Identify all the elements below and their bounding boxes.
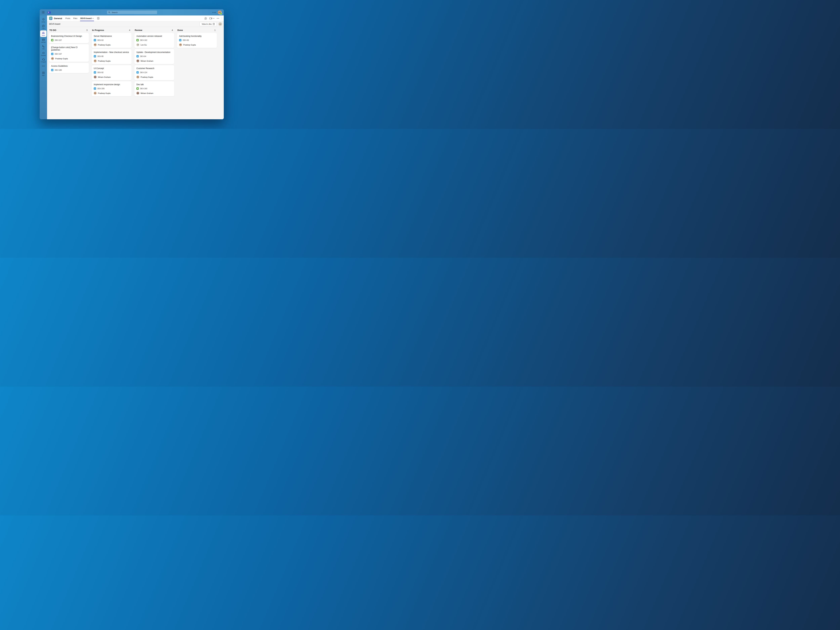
board-column-in-progress: In Progress4Server MaintenanceDEV-63PGPr…	[92, 28, 131, 96]
card-dev-124[interactable]: Customer ResearchDEV-124PGPradeep Gupta	[134, 65, 174, 80]
sidebar-item-it-support[interactable]: IT Support	[39, 57, 47, 63]
card-title: Add booking functionality	[179, 35, 215, 38]
board-header: DEVS board View in Jira LG	[47, 21, 224, 27]
assignee-row: MGMiriam Graham	[136, 60, 172, 62]
assignee-avatar: PG	[94, 92, 96, 95]
issue-key: DEV-63	[98, 39, 104, 41]
assignee-avatar: MG	[94, 76, 96, 79]
presence-available-dot	[220, 13, 222, 15]
app-launcher-icon[interactable]	[42, 11, 44, 14]
sidebar-item-label: Calls	[42, 48, 44, 49]
bell-icon	[42, 18, 45, 21]
card-key-row: DEV-82	[94, 71, 129, 74]
video-camera-icon	[209, 17, 213, 20]
card-dev-205[interactable]: Implement responsive designDEV-205PGPrad…	[92, 81, 131, 96]
view-in-jira-button[interactable]: View in Jira	[200, 22, 217, 26]
card-dev-65[interactable]: Add booking functionalityDEV-65PGPradeep…	[177, 33, 217, 48]
card-dev-80[interactable]: Implementation - New checkout serviceDEV…	[92, 49, 131, 64]
issue-key: DEV-162	[140, 39, 147, 41]
task-check-icon	[137, 55, 139, 57]
assignee-name: Miriam Graham	[98, 76, 111, 78]
issue-type-story-badge	[51, 39, 54, 41]
assignee-avatar: PG	[51, 57, 54, 60]
card-dev-82[interactable]: UI ConceptDEV-82MGMiriam Graham	[92, 65, 131, 80]
tab-files[interactable]: Files	[73, 16, 77, 21]
tab-devs-board[interactable]: DEVS board	[80, 16, 93, 21]
sidebar-item-calls[interactable]: Calls	[39, 44, 47, 51]
teams-logo-icon	[47, 11, 51, 14]
assignee-row: PGPradeep Gupta	[94, 92, 129, 95]
add-tab-button[interactable]	[97, 17, 99, 19]
sidebar-item-apps[interactable]: Apps	[39, 70, 47, 77]
sidebar-item-chat[interactable]: Chat	[39, 24, 47, 30]
issue-key: DEV-180	[55, 69, 62, 71]
tab-more-options-button[interactable]	[217, 18, 219, 19]
card-dev-197[interactable]: [Change button color] New CI guidelinesD…	[49, 44, 89, 62]
issue-type-task-badge	[136, 55, 139, 57]
board-column-to-do: TO DO3Brainstorming Checkout UI DesignDE…	[49, 28, 89, 73]
chevron-down-icon[interactable]	[213, 17, 215, 19]
assignee-name: Pradeep Gupta	[98, 60, 111, 62]
search-input[interactable]	[111, 11, 156, 14]
sidebar-item-label: IT Support	[41, 61, 46, 63]
column-name: Review	[135, 29, 142, 32]
more-options-icon[interactable]	[213, 12, 216, 13]
column-name: Done	[177, 29, 183, 32]
issue-type-task-badge	[51, 53, 54, 55]
sidebar-item-activity[interactable]: Activity	[39, 17, 47, 24]
card-title: Access Guidelines	[51, 65, 87, 67]
meet-now-button[interactable]	[209, 17, 215, 20]
card-key-row: DEV-63	[94, 39, 129, 41]
main-panel: General Posts Files DEVS board	[47, 16, 224, 119]
board-member-avatar[interactable]: LG	[218, 22, 222, 26]
issue-key: DEV-167	[55, 39, 62, 41]
column-count: 1	[215, 29, 216, 32]
assignee-avatar: MG	[136, 92, 139, 95]
card-dev-160[interactable]: Dev talkDEV-160MGMiriam Graham	[134, 81, 174, 96]
channel-icon	[49, 17, 52, 20]
tab-posts[interactable]: Posts	[65, 16, 70, 21]
sidebar-item-label: Chat	[42, 28, 44, 29]
calendar-icon	[42, 38, 45, 41]
sidebar-item-label: Calendar	[41, 42, 46, 43]
assignee-row: PGPradeep Gupta	[94, 60, 129, 62]
sidebar-item-teams[interactable]: Teams	[40, 30, 47, 37]
column-header: TO DO3	[49, 28, 89, 33]
task-check-icon	[137, 72, 139, 73]
board-title: DEVS board	[49, 23, 60, 25]
chevron-down-icon	[92, 17, 94, 19]
issue-type-task-badge	[94, 87, 96, 90]
issue-key: DEV-205	[98, 87, 104, 90]
card-dev-167[interactable]: Brainstorming Checkout UI DesignDEV-167	[49, 33, 89, 43]
card-title: Dev talk	[136, 83, 172, 86]
sidebar-item-label: Apps	[42, 75, 45, 76]
assignee-avatar: PG	[136, 76, 139, 79]
sidebar-item-onedrive[interactable]: OneDrive	[39, 51, 47, 57]
issue-type-task-badge	[51, 69, 54, 71]
app-rail: Activity Chat Teams	[39, 16, 47, 119]
card-key-row: DEV-180	[51, 69, 87, 71]
assignee-name: Pradeep Gupta	[98, 92, 111, 94]
plus-square-icon	[97, 17, 99, 19]
card-dev-64[interactable]: Update - Development documentationDEV-64…	[134, 49, 174, 64]
card-key-row: DEV-167	[51, 39, 87, 41]
task-check-icon	[94, 72, 96, 73]
user-avatar[interactable]: LG	[218, 10, 222, 14]
card-dev-180[interactable]: Access GuidelinesDEV-180	[49, 63, 89, 73]
teams-icon	[42, 31, 45, 35]
card-dev-63[interactable]: Server MaintenanceDEV-63PGPradeep Gupta	[92, 33, 131, 48]
task-check-icon	[94, 88, 96, 89]
sidebar-more-apps[interactable]	[39, 65, 47, 68]
open-chat-button[interactable]	[204, 17, 207, 20]
assignee-name: Pradeep Gupta	[141, 76, 153, 78]
card-dev-162[interactable]: Automation version releasedDEV-162LGLee …	[134, 33, 174, 48]
column-count: 3	[86, 29, 87, 32]
sidebar-item-label: Teams	[42, 35, 45, 36]
card-title: Brainstorming Checkout UI Design	[51, 35, 87, 38]
card-title: Server Maintenance	[94, 35, 129, 38]
card-title: Update - Development documentation	[136, 51, 172, 54]
search-bar[interactable]	[107, 11, 157, 14]
issue-key: DEV-160	[140, 87, 147, 90]
sidebar-item-calendar[interactable]: Calendar	[39, 37, 47, 44]
issue-type-task-badge	[94, 39, 96, 41]
